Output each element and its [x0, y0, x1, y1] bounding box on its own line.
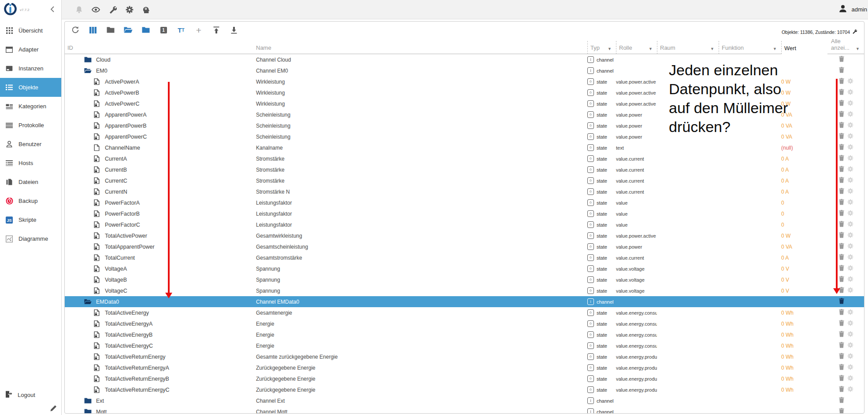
sidebar-item-protokolle[interactable]: Protokolle	[0, 116, 61, 135]
gear-icon[interactable]	[847, 78, 853, 85]
gear-icon[interactable]	[847, 265, 853, 272]
show-names-icon[interactable]: TT	[177, 26, 185, 34]
trash-icon[interactable]	[839, 122, 844, 129]
gear-icon[interactable]	[847, 144, 853, 151]
trash-icon[interactable]	[839, 210, 844, 217]
sidebar-item-kategorien[interactable]: Kategorien	[0, 97, 61, 116]
table-row[interactable]: CloudChannel Cloud↕channel	[65, 54, 864, 65]
table-row[interactable]: TotalActiveReturnEnergyGesamte zurückgeg…	[65, 351, 864, 362]
trash-icon[interactable]	[839, 309, 844, 316]
table-row[interactable]: PowerFactorCLeistungsfaktor○statevalue0	[65, 219, 864, 230]
sidebar-item-dateien[interactable]: Dateien	[0, 173, 61, 191]
gear-icon[interactable]	[847, 320, 853, 327]
trash-icon[interactable]	[839, 166, 844, 173]
trash-icon[interactable]	[839, 56, 844, 63]
trash-icon[interactable]	[839, 221, 844, 228]
typ-filter-select[interactable]: Typ▼	[587, 41, 616, 54]
sidebar-item-hosts[interactable]: Hosts	[0, 154, 61, 173]
gear-icon[interactable]	[847, 89, 853, 96]
table-row[interactable]: TotalApparentPowerGesamtscheinleistung○s…	[65, 241, 864, 252]
table-row[interactable]: ApparentPowerBScheinleistung○statevalue.…	[65, 120, 864, 131]
rolle-filter-select[interactable]: Rolle▼	[616, 41, 657, 54]
download-icon[interactable]	[230, 26, 238, 34]
table-row[interactable]: CurrentCStromstärke○statevalue.current0 …	[65, 175, 864, 186]
trash-icon[interactable]	[839, 67, 844, 74]
trash-icon[interactable]	[839, 320, 844, 327]
trash-icon[interactable]	[839, 353, 844, 360]
trash-icon[interactable]	[839, 342, 844, 349]
gear-icon[interactable]	[847, 232, 853, 239]
trash-icon[interactable]	[839, 243, 844, 250]
gear-icon[interactable]	[847, 210, 853, 217]
gear-icon[interactable]	[847, 287, 853, 294]
trash-icon[interactable]	[839, 188, 844, 195]
funktion-filter-select[interactable]: Funktion▼	[719, 41, 781, 54]
expand-all-folder-open-icon[interactable]	[124, 26, 133, 34]
gear-icon[interactable]	[847, 364, 853, 371]
gear-icon[interactable]	[847, 111, 853, 118]
collapse-sidebar-icon[interactable]	[50, 6, 55, 15]
table-row[interactable]: TotalActiveReturnEnergyCZurückgegebene E…	[65, 384, 864, 395]
table-row[interactable]: VoltageASpannung○statevalue.voltage0 V	[65, 263, 864, 274]
table-row[interactable]: MqttChannel Mqtt↕channel	[65, 406, 864, 414]
gear-icon[interactable]	[847, 177, 853, 184]
table-row[interactable]: ActivePowerBWirkleistung○statevalue.powe…	[65, 87, 864, 98]
gear-icon[interactable]	[847, 386, 853, 393]
gear-icon[interactable]	[847, 166, 853, 173]
table-row[interactable]: ApparentPowerAScheinleistung○statevalue.…	[65, 109, 864, 120]
gear-icon[interactable]	[847, 100, 853, 107]
table-row[interactable]: TotalActiveEnergyAEnergie○statevalue.ene…	[65, 318, 864, 329]
sidebar-item-diagramme[interactable]: Diagramme	[0, 229, 61, 248]
table-row[interactable]: CurrentNStromstärke N○statevalue.current…	[65, 186, 864, 197]
expand-level-folder-icon[interactable]	[141, 26, 150, 34]
table-row[interactable]: TotalActiveEnergyGesamtenergie○statevalu…	[65, 307, 864, 318]
trash-icon[interactable]	[839, 254, 844, 261]
gear-icon[interactable]	[847, 254, 853, 261]
trash-icon[interactable]	[839, 386, 844, 393]
trash-icon[interactable]	[839, 133, 844, 140]
sidebar-item-backup[interactable]: Backup	[0, 191, 61, 210]
settings-gear-icon[interactable]	[125, 5, 134, 14]
trash-icon[interactable]	[839, 298, 844, 305]
trash-icon[interactable]	[839, 155, 844, 162]
gear-icon[interactable]	[847, 342, 853, 349]
sidebar-item-instanzen[interactable]: Instanzen	[0, 59, 61, 78]
wrench-icon[interactable]	[108, 5, 117, 14]
table-row[interactable]: VoltageCSpannung○statevalue.voltage0 V	[65, 285, 864, 296]
table-row[interactable]: ActivePowerCWirkleistung○statevalue.powe…	[65, 98, 864, 109]
gear-icon[interactable]	[847, 309, 853, 316]
table-row[interactable]: TotalActiveEnergyBEnergie○statevalue.ene…	[65, 329, 864, 340]
trash-icon[interactable]	[839, 177, 844, 184]
upload-icon[interactable]	[212, 26, 221, 34]
table-row[interactable]: ApparentPowerCScheinleistung○statevalue.…	[65, 131, 864, 142]
table-row[interactable]: TotalActiveEnergyCEnergie○statevalue.ene…	[65, 340, 864, 351]
sidebar-item-objekte[interactable]: Objekte	[0, 78, 61, 97]
trash-icon[interactable]	[839, 232, 844, 239]
gear-icon[interactable]	[847, 199, 853, 206]
trash-icon[interactable]	[839, 331, 844, 338]
sidebar-item-adapter[interactable]: Adapter	[0, 40, 61, 59]
alle-anzeigen-select[interactable]: Alle anzei...▼	[827, 41, 864, 54]
gear-icon[interactable]	[847, 133, 853, 140]
table-row[interactable]: PowerFactorALeistungsfaktor○statevalue0	[65, 197, 864, 208]
edit-pencil-icon[interactable]	[50, 405, 57, 413]
table-row[interactable]: TotalActivePowerGesamtwirkleistung○state…	[65, 230, 864, 241]
trash-icon[interactable]	[839, 375, 844, 382]
table-row[interactable]: ExtChannel Ext↕channel	[65, 395, 864, 406]
gear-icon[interactable]	[847, 276, 853, 283]
table-row[interactable]: ChannelNameKanalname○statetext(null)	[65, 142, 864, 153]
id-filter-input[interactable]: ID	[65, 41, 254, 54]
depth-level-icon[interactable]: 1	[159, 26, 168, 34]
table-row[interactable]: CurrentBStromstärke○statevalue.current0 …	[65, 164, 864, 175]
trash-icon[interactable]	[839, 78, 844, 85]
trash-icon[interactable]	[839, 276, 844, 283]
sidebar-item-benutzer[interactable]: Benutzer	[0, 135, 61, 154]
gear-icon[interactable]	[847, 122, 853, 129]
gear-icon[interactable]	[847, 375, 853, 382]
table-row[interactable]: PowerFactorBLeistungsfaktor○statevalue0	[65, 208, 864, 219]
trash-icon[interactable]	[839, 397, 844, 404]
raum-filter-select[interactable]: Raum▼	[657, 41, 719, 54]
trash-icon[interactable]	[839, 408, 844, 414]
gear-icon[interactable]	[847, 353, 853, 360]
gear-icon[interactable]	[847, 221, 853, 228]
